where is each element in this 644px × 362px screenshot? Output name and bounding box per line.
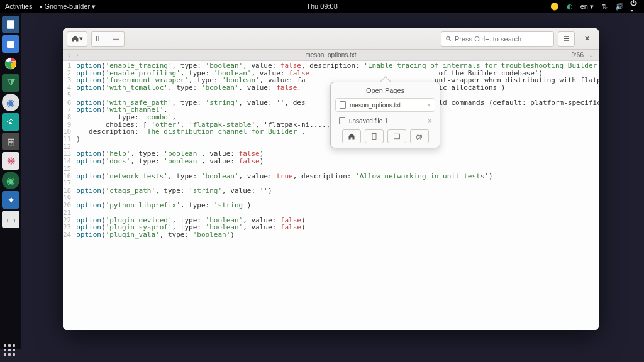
open-pages-popover: Open Pages meson_options.txt × unsaved f… (330, 82, 440, 148)
indicator-icon[interactable]: ◐ (565, 2, 574, 11)
close-page-icon[interactable]: × (428, 118, 431, 124)
search-box[interactable] (441, 31, 554, 47)
search-icon (445, 35, 452, 42)
open-page-item[interactable]: meson_options.txt × (335, 98, 435, 112)
svg-rect-13 (372, 134, 376, 140)
input-language[interactable]: en ▾ (580, 3, 594, 11)
popover-title: Open Pages (335, 87, 435, 94)
cursor-position: 9:66 (572, 52, 584, 58)
sidebar-left-toggle[interactable] (91, 31, 108, 47)
open-page-label: meson_options.txt (350, 102, 401, 109)
network-icon[interactable]: ⇅ (600, 2, 609, 11)
document-icon (340, 101, 346, 109)
dock-item-notes[interactable]: ▭ (2, 211, 19, 228)
svg-rect-14 (394, 134, 399, 139)
tab-bar: ‹ › meson_options.txt 9:66 ⌄ (63, 50, 599, 61)
open-page-label: unsaved file 1 (349, 118, 388, 124)
gnome-dock: ⧩ ◉ ꩜ ⊞ ❋ ◉ ✦ ▭ (0, 13, 21, 349)
svg-rect-4 (97, 36, 103, 41)
nav-forward[interactable]: › (76, 52, 78, 58)
dock-item-settings[interactable]: ◉ (2, 94, 19, 111)
bottom-panel-toggle[interactable] (108, 31, 125, 47)
dock-item-calculator[interactable]: ⊞ (2, 133, 19, 150)
dock-item-drive[interactable] (2, 35, 19, 53)
popover-home-button[interactable] (342, 129, 361, 143)
popover-at-button[interactable]: @ (410, 129, 429, 143)
line-gutter: 123456789101112131415161718192021222324 (63, 61, 74, 239)
popover-panel-button[interactable] (387, 129, 406, 143)
dock-item-compass[interactable]: ✦ (2, 191, 19, 209)
document-icon (339, 117, 345, 124)
activities-button[interactable]: Activities (5, 3, 32, 10)
power-icon[interactable]: ⏻ ▾ (630, 2, 639, 11)
svg-rect-0 (7, 20, 14, 29)
builder-window: ▾ ✕ ‹ › meson_options.txt 9:66 ⌄ 1234567… (63, 28, 599, 330)
dock-item-files[interactable] (2, 16, 19, 33)
home-button[interactable]: ▾ (67, 31, 87, 47)
headerbar: ▾ ✕ (63, 28, 599, 50)
dock-item-lollypop[interactable]: ❋ (2, 152, 19, 170)
dock-item-vscode[interactable]: ⧩ (2, 74, 19, 92)
dock-item-spiral[interactable]: ꩜ (2, 113, 19, 131)
svg-rect-1 (7, 41, 14, 48)
close-page-icon[interactable]: × (427, 102, 431, 109)
dock-item-globe[interactable]: ◉ (2, 172, 19, 189)
volume-icon[interactable]: 🔊 (615, 2, 624, 11)
svg-point-8 (447, 36, 450, 40)
chrome-indicator-icon[interactable]: 🟡 (550, 2, 559, 11)
svg-line-9 (449, 40, 451, 41)
show-apps-button[interactable] (4, 344, 18, 358)
nav-back[interactable]: ‹ (68, 52, 70, 58)
tab-title[interactable]: meson_options.txt (305, 52, 356, 58)
dock-item-chrome[interactable] (2, 55, 19, 72)
popover-new-doc-button[interactable] (365, 129, 384, 143)
tab-menu-chevron[interactable]: ⌄ (589, 52, 594, 58)
app-menu[interactable]: ▪ Gnome-builder ▾ (40, 3, 96, 11)
open-page-item[interactable]: unsaved file 1 × (335, 114, 435, 127)
clock[interactable]: Thu 09:08 (306, 3, 338, 10)
close-button[interactable]: ✕ (579, 31, 595, 47)
search-input[interactable] (455, 35, 550, 43)
svg-rect-6 (113, 36, 119, 41)
gnome-topbar: Activities ▪ Gnome-builder ▾ Thu 09:08 🟡… (0, 0, 644, 13)
menu-button[interactable] (558, 31, 575, 47)
